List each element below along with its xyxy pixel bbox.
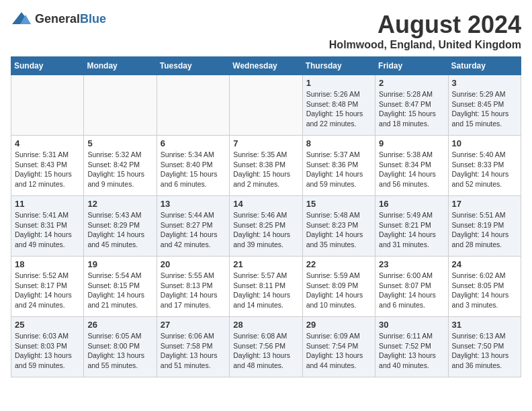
day-info: Sunrise: 5:46 AMSunset: 8:25 PMDaylight:…: [233, 210, 298, 250]
day-info: Sunrise: 5:29 AMSunset: 8:45 PMDaylight:…: [452, 89, 517, 129]
header-wednesday: Wednesday: [230, 57, 302, 75]
calendar-body: 1Sunrise: 5:26 AMSunset: 8:48 PMDaylight…: [11, 75, 521, 377]
day-number: 27: [161, 320, 226, 330]
table-row: 13Sunrise: 5:44 AMSunset: 8:27 PMDayligh…: [157, 196, 229, 257]
day-info: Sunrise: 5:32 AMSunset: 8:42 PMDaylight:…: [87, 150, 152, 189]
table-row: 31Sunrise: 6:13 AMSunset: 7:50 PMDayligh…: [448, 317, 521, 377]
table-row: 21Sunrise: 5:57 AMSunset: 8:11 PMDayligh…: [230, 257, 302, 317]
day-info: Sunrise: 5:59 AMSunset: 8:09 PMDaylight:…: [306, 271, 371, 310]
day-number: 11: [15, 199, 80, 209]
day-number: 9: [379, 138, 444, 148]
table-row: [11, 75, 84, 136]
day-number: 26: [87, 320, 152, 330]
header-tuesday: Tuesday: [157, 57, 229, 75]
day-number: 20: [161, 259, 226, 269]
table-row: 3Sunrise: 5:29 AMSunset: 8:45 PMDaylight…: [448, 75, 521, 136]
day-info: Sunrise: 5:26 AMSunset: 8:48 PMDaylight:…: [306, 89, 371, 129]
day-number: 23: [379, 259, 444, 269]
table-row: 27Sunrise: 6:06 AMSunset: 7:58 PMDayligh…: [157, 317, 229, 377]
table-row: 8Sunrise: 5:37 AMSunset: 8:36 PMDaylight…: [302, 136, 375, 196]
day-info: Sunrise: 5:41 AMSunset: 8:31 PMDaylight:…: [15, 210, 80, 250]
day-number: 14: [233, 199, 298, 209]
day-number: 28: [233, 320, 298, 330]
day-number: 18: [15, 259, 80, 269]
day-number: 12: [87, 199, 152, 209]
table-row: 26Sunrise: 6:05 AMSunset: 8:00 PMDayligh…: [84, 317, 157, 377]
day-info: Sunrise: 5:31 AMSunset: 8:43 PMDaylight:…: [15, 150, 80, 189]
day-info: Sunrise: 6:11 AMSunset: 7:52 PMDaylight:…: [379, 331, 444, 371]
day-number: 10: [452, 138, 517, 148]
day-number: 30: [379, 320, 444, 330]
day-number: 1: [306, 78, 371, 88]
day-info: Sunrise: 6:13 AMSunset: 7:50 PMDaylight:…: [452, 331, 517, 371]
day-info: Sunrise: 5:43 AMSunset: 8:29 PMDaylight:…: [87, 210, 152, 250]
day-info: Sunrise: 6:09 AMSunset: 7:54 PMDaylight:…: [306, 331, 371, 371]
day-info: Sunrise: 5:51 AMSunset: 8:19 PMDaylight:…: [452, 210, 517, 250]
day-info: Sunrise: 5:35 AMSunset: 8:38 PMDaylight:…: [233, 150, 298, 189]
day-number: 29: [306, 320, 371, 330]
day-info: Sunrise: 5:52 AMSunset: 8:17 PMDaylight:…: [15, 271, 80, 310]
day-info: Sunrise: 5:38 AMSunset: 8:34 PMDaylight:…: [379, 150, 444, 189]
day-number: 7: [233, 138, 298, 148]
day-info: Sunrise: 5:28 AMSunset: 8:47 PMDaylight:…: [379, 89, 444, 129]
table-row: 29Sunrise: 6:09 AMSunset: 7:54 PMDayligh…: [302, 317, 375, 377]
title-block: August 2024 Holmwood, England, United Ki…: [329, 11, 521, 51]
table-row: 15Sunrise: 5:48 AMSunset: 8:23 PMDayligh…: [302, 196, 375, 257]
day-number: 22: [306, 259, 371, 269]
table-row: 23Sunrise: 6:00 AMSunset: 8:07 PMDayligh…: [375, 257, 448, 317]
table-row: 7Sunrise: 5:35 AMSunset: 8:38 PMDaylight…: [230, 136, 302, 196]
day-number: 8: [306, 138, 371, 148]
table-row: 24Sunrise: 6:02 AMSunset: 8:05 PMDayligh…: [448, 257, 521, 317]
table-row: 28Sunrise: 6:08 AMSunset: 7:56 PMDayligh…: [230, 317, 302, 377]
day-info: Sunrise: 5:44 AMSunset: 8:27 PMDaylight:…: [161, 210, 226, 250]
page-header: GeneralBlue August 2024 Holmwood, Englan…: [11, 11, 521, 51]
logo-blue: Blue: [80, 12, 106, 26]
day-number: 19: [87, 259, 152, 269]
day-info: Sunrise: 6:03 AMSunset: 8:03 PMDaylight:…: [15, 331, 80, 371]
table-row: [230, 75, 302, 136]
day-info: Sunrise: 6:02 AMSunset: 8:05 PMDaylight:…: [452, 271, 517, 310]
day-number: 25: [15, 320, 80, 330]
day-number: 2: [379, 78, 444, 88]
day-info: Sunrise: 5:37 AMSunset: 8:36 PMDaylight:…: [306, 150, 371, 189]
header-thursday: Thursday: [302, 57, 375, 75]
day-info: Sunrise: 5:40 AMSunset: 8:33 PMDaylight:…: [452, 150, 517, 189]
logo-general: General: [35, 12, 80, 26]
day-number: 31: [452, 320, 517, 330]
table-row: [157, 75, 229, 136]
day-number: 24: [452, 259, 517, 269]
day-number: 5: [87, 138, 152, 148]
header-friday: Friday: [375, 57, 448, 75]
day-info: Sunrise: 6:06 AMSunset: 7:58 PMDaylight:…: [161, 331, 226, 371]
day-number: 4: [15, 138, 80, 148]
day-info: Sunrise: 5:34 AMSunset: 8:40 PMDaylight:…: [161, 150, 226, 189]
day-number: 6: [161, 138, 226, 148]
table-row: 4Sunrise: 5:31 AMSunset: 8:43 PMDaylight…: [11, 136, 84, 196]
table-row: 30Sunrise: 6:11 AMSunset: 7:52 PMDayligh…: [375, 317, 448, 377]
calendar-header: Sunday Monday Tuesday Wednesday Thursday…: [11, 57, 521, 75]
table-row: [84, 75, 157, 136]
day-info: Sunrise: 6:08 AMSunset: 7:56 PMDaylight:…: [233, 331, 298, 371]
day-number: 17: [452, 199, 517, 209]
day-number: 21: [233, 259, 298, 269]
day-info: Sunrise: 5:48 AMSunset: 8:23 PMDaylight:…: [306, 210, 371, 250]
header-sunday: Sunday: [11, 57, 84, 75]
table-row: 18Sunrise: 5:52 AMSunset: 8:17 PMDayligh…: [11, 257, 84, 317]
table-row: 19Sunrise: 5:54 AMSunset: 8:15 PMDayligh…: [84, 257, 157, 317]
logo: GeneralBlue: [11, 11, 106, 27]
table-row: 6Sunrise: 5:34 AMSunset: 8:40 PMDaylight…: [157, 136, 229, 196]
table-row: 16Sunrise: 5:49 AMSunset: 8:21 PMDayligh…: [375, 196, 448, 257]
page-title: August 2024: [329, 11, 521, 39]
table-row: 2Sunrise: 5:28 AMSunset: 8:47 PMDaylight…: [375, 75, 448, 136]
table-row: 9Sunrise: 5:38 AMSunset: 8:34 PMDaylight…: [375, 136, 448, 196]
table-row: 20Sunrise: 5:55 AMSunset: 8:13 PMDayligh…: [157, 257, 229, 317]
day-info: Sunrise: 5:55 AMSunset: 8:13 PMDaylight:…: [161, 271, 226, 310]
calendar-table: Sunday Monday Tuesday Wednesday Thursday…: [11, 56, 521, 377]
table-row: 14Sunrise: 5:46 AMSunset: 8:25 PMDayligh…: [230, 196, 302, 257]
table-row: 1Sunrise: 5:26 AMSunset: 8:48 PMDaylight…: [302, 75, 375, 136]
day-info: Sunrise: 6:00 AMSunset: 8:07 PMDaylight:…: [379, 271, 444, 310]
table-row: 5Sunrise: 5:32 AMSunset: 8:42 PMDaylight…: [84, 136, 157, 196]
day-number: 3: [452, 78, 517, 88]
table-row: 12Sunrise: 5:43 AMSunset: 8:29 PMDayligh…: [84, 196, 157, 257]
table-row: 10Sunrise: 5:40 AMSunset: 8:33 PMDayligh…: [448, 136, 521, 196]
